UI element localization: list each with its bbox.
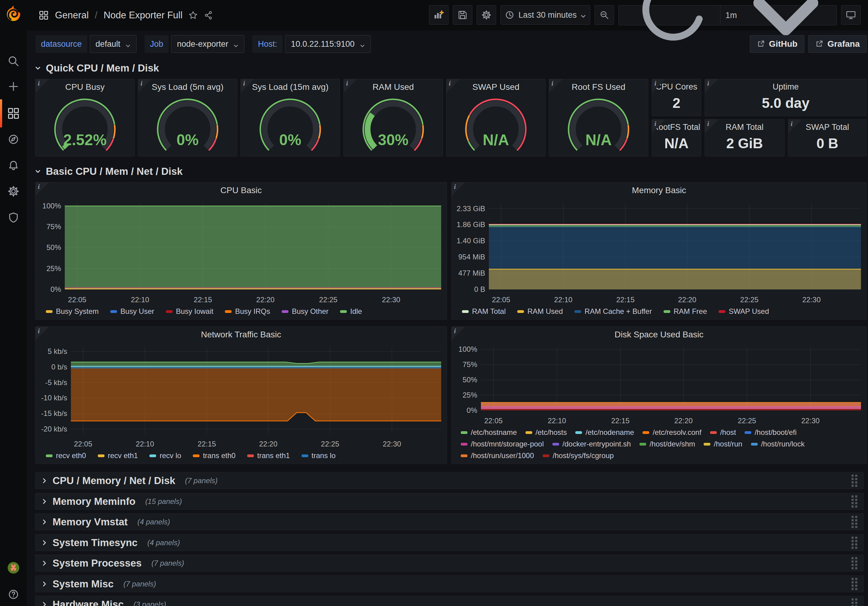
panel-info-icon[interactable]: i	[705, 119, 718, 133]
panel-title[interactable]: Root FS Used	[549, 79, 648, 95]
create-plus-icon[interactable]	[7, 81, 20, 93]
alerting-bell-icon[interactable]	[7, 160, 20, 172]
disk-space-chart[interactable]: 22:0522:1022:1522:2022:2522:300%25%50%75…	[451, 343, 866, 428]
drag-handle-icon[interactable]	[851, 474, 858, 487]
network-traffic-chart[interactable]: 22:0522:1022:1522:2022:2522:305 kb/s0 b/…	[36, 343, 447, 451]
share-icon[interactable]	[204, 11, 213, 20]
panel-title[interactable]: Network Traffic Basic	[36, 327, 447, 343]
panel-title[interactable]: Uptime	[705, 79, 866, 93]
legend-item[interactable]: Busy Other	[282, 307, 329, 316]
legend-item[interactable]: /etc/resolv.conf	[643, 428, 702, 437]
panel-info-icon[interactable]: i	[451, 183, 465, 196]
legend-item[interactable]: /host/run/lock	[751, 440, 805, 448]
legend-item[interactable]: RAM Cache + Buffer	[574, 307, 652, 316]
explore-compass-icon[interactable]	[7, 133, 20, 146]
drag-handle-icon[interactable]	[851, 515, 858, 529]
breadcrumb-page-title[interactable]: Node Exporter Full	[104, 10, 182, 21]
collapsed-row[interactable]: Memory Meminfo(15 panels)	[35, 493, 864, 510]
legend-item[interactable]: recv lo	[149, 451, 181, 460]
dashboards-icon[interactable]	[7, 107, 20, 119]
variable-label[interactable]: Host:	[253, 35, 283, 53]
configuration-gear-icon[interactable]	[7, 185, 20, 197]
legend-item[interactable]: /host	[710, 428, 736, 437]
panel-title[interactable]: SWAP Used	[446, 79, 546, 95]
legend-item[interactable]: RAM Free	[663, 307, 707, 316]
collapsed-row[interactable]: System Misc(7 panels)	[35, 575, 864, 592]
cpu-basic-chart[interactable]: 22:0522:1022:1522:2022:2522:300%25%50%75…	[36, 198, 447, 307]
variable-value-dropdown[interactable]: 10.0.22.115:9100	[285, 35, 370, 53]
panel-title[interactable]: Sys Load (5m avg)	[138, 79, 237, 95]
time-range-picker[interactable]: Last 30 minutes	[501, 5, 591, 25]
legend-item[interactable]: /host/boot/efi	[745, 428, 797, 437]
panel-info-icon[interactable]: i	[788, 119, 802, 133]
panel-info-icon[interactable]: i	[446, 79, 460, 93]
legend-item[interactable]: trans eth1	[247, 451, 290, 460]
variable-value-dropdown[interactable]: default	[90, 35, 136, 53]
drag-handle-icon[interactable]	[851, 598, 858, 606]
panel-info-icon[interactable]: i	[36, 183, 49, 196]
legend-item[interactable]: Idle	[340, 307, 362, 316]
drag-handle-icon[interactable]	[851, 556, 858, 570]
variable-label[interactable]: Job	[144, 35, 169, 53]
panel-info-icon[interactable]: i	[652, 79, 665, 93]
variable-label[interactable]: datasource	[36, 35, 87, 53]
add-panel-button[interactable]	[429, 5, 448, 25]
breadcrumb-section[interactable]: General	[55, 10, 88, 21]
save-dashboard-button[interactable]	[453, 5, 472, 25]
section-basic-cpu-mem-net-disk[interactable]: Basic CPU / Mem / Net / Disk	[34, 164, 182, 179]
memory-basic-chart[interactable]: 22:0522:1022:1522:2022:2522:300 B477 MiB…	[451, 198, 866, 307]
collapsed-row[interactable]: System Timesync(4 panels)	[35, 534, 864, 551]
panel-info-icon[interactable]: i	[451, 327, 465, 340]
admin-shield-icon[interactable]	[7, 211, 20, 224]
legend-item[interactable]: RAM Used	[517, 307, 563, 316]
legend-item[interactable]: recv eth0	[46, 451, 86, 460]
panel-info-icon[interactable]: i	[241, 79, 254, 93]
collapsed-row[interactable]: System Processes(7 panels)	[35, 555, 864, 572]
panel-title[interactable]: Sys Load (15m avg)	[241, 79, 340, 95]
panel-info-icon[interactable]: i	[138, 79, 152, 93]
legend-item[interactable]: /etc/hostname	[461, 428, 517, 437]
legend-item[interactable]: trans eth0	[193, 451, 236, 460]
star-icon[interactable]	[189, 11, 198, 20]
collapsed-row[interactable]: CPU / Memory / Net / Disk(7 panels)	[35, 472, 864, 489]
legend-item[interactable]: /etc/nodename	[575, 428, 634, 437]
panel-info-icon[interactable]: i	[549, 79, 563, 93]
section-quick-cpu-mem-disk[interactable]: Quick CPU / Mem / Disk	[34, 60, 159, 76]
panel-info-icon[interactable]: i	[705, 79, 718, 93]
legend-item[interactable]: recv eth1	[98, 451, 138, 460]
legend-item[interactable]: Busy User	[110, 307, 154, 316]
panel-title[interactable]: RAM Used	[344, 79, 443, 95]
legend-item[interactable]: Busy System	[46, 307, 99, 316]
grafana-link-button[interactable]: Grafana	[808, 35, 867, 53]
legend-item[interactable]: trans lo	[302, 451, 336, 460]
cycle-view-button[interactable]	[841, 5, 861, 25]
drag-handle-icon[interactable]	[851, 577, 858, 591]
collapsed-row[interactable]: Memory Vmstat(4 panels)	[35, 513, 864, 530]
variable-value-dropdown[interactable]: node-exporter	[171, 35, 245, 53]
drag-handle-icon[interactable]	[851, 495, 858, 508]
refresh-interval-dropdown[interactable]: 1m	[720, 6, 837, 25]
legend-item[interactable]: /host/run	[704, 440, 742, 448]
legend-item[interactable]: SWAP Used	[719, 307, 769, 316]
zoom-out-button[interactable]	[595, 5, 614, 25]
search-icon[interactable]	[7, 55, 20, 67]
legend-item[interactable]: RAM Total	[462, 307, 506, 316]
legend-item[interactable]: /etc/hosts	[525, 428, 567, 437]
grafana-logo-icon[interactable]	[4, 5, 23, 23]
drag-handle-icon[interactable]	[851, 536, 858, 549]
panel-title[interactable]: CPU Busy	[36, 79, 135, 95]
panel-info-icon[interactable]: i	[36, 327, 49, 340]
legend-item[interactable]: /host/run/user/1000	[461, 451, 534, 460]
panel-title[interactable]: CPU Basic	[36, 183, 447, 198]
help-icon[interactable]	[7, 588, 20, 600]
legend-item[interactable]: /docker-entrypoint.sh	[552, 440, 631, 448]
refresh-button[interactable]	[619, 6, 720, 25]
legend-item[interactable]: Busy IRQs	[225, 307, 270, 316]
panel-title[interactable]: Disk Space Used Basic	[451, 327, 866, 343]
dashboard-settings-button[interactable]	[477, 5, 496, 25]
legend-item[interactable]: /host/dev/shm	[639, 440, 695, 448]
collapsed-row[interactable]: Hardware Misc(3 panels)	[35, 596, 864, 606]
panel-info-icon[interactable]: i	[344, 79, 357, 93]
legend-item[interactable]: Busy Iowait	[166, 307, 214, 316]
user-avatar[interactable]	[7, 562, 20, 574]
